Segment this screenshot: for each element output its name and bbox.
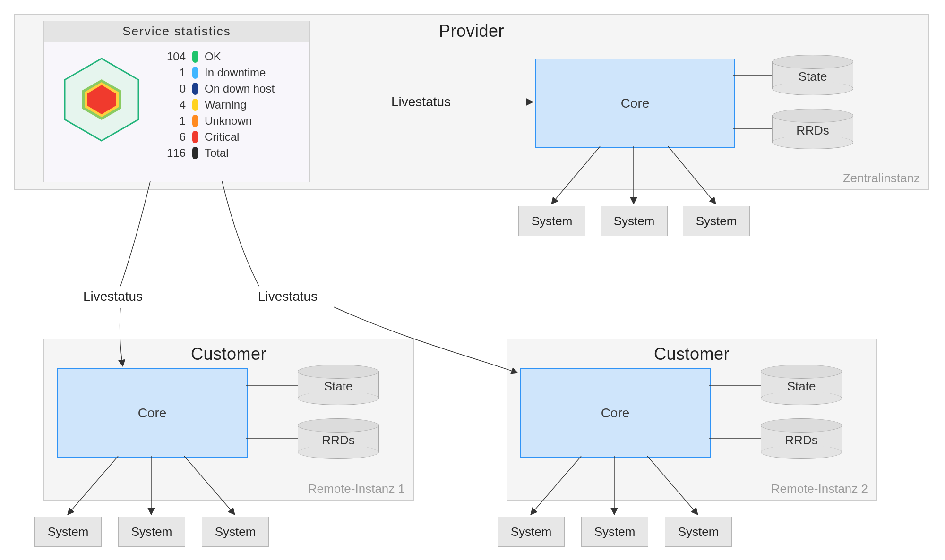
stat-row-total: 116Total	[157, 146, 275, 160]
customer1-db-rrds: RRDs	[298, 418, 379, 459]
customer1-title: Customer	[191, 344, 266, 364]
stat-row-unknown: 1Unknown	[157, 114, 275, 127]
customer2-system-2: System	[581, 517, 648, 547]
pill-downhost	[192, 83, 198, 95]
provider-system-3: System	[683, 206, 750, 236]
customer1-sub: Remote-Instanz 1	[308, 482, 405, 496]
stat-row-ok: 104OK	[157, 50, 275, 63]
pill-downtime	[192, 67, 198, 79]
stat-row-downhost: 0On down host	[157, 82, 275, 95]
stat-row-downtime: 1In downtime	[157, 66, 275, 79]
provider-system-1: System	[518, 206, 585, 236]
stats-hex-icon	[54, 50, 149, 149]
label-livestatus-c2: Livestatus	[258, 289, 318, 304]
customer1-system-1: System	[34, 517, 102, 547]
customer2-sub: Remote-Instanz 2	[771, 482, 868, 496]
provider-db-state: State	[772, 55, 853, 95]
pill-critical	[192, 131, 198, 143]
customer1-system-2: System	[118, 517, 185, 547]
provider-title: Provider	[439, 21, 504, 41]
label-livestatus-c1: Livestatus	[83, 289, 143, 304]
pill-ok	[192, 51, 198, 63]
customer2-title: Customer	[654, 344, 730, 364]
stats-title: Service statistics	[44, 21, 309, 42]
customer2-db-state: State	[761, 365, 842, 405]
provider-system-2: System	[601, 206, 668, 236]
customer1-db-state: State	[298, 365, 379, 405]
label-livestatus-provider: Livestatus	[391, 94, 451, 110]
customer2-core: Core	[520, 368, 711, 458]
stat-row-warning: 4Warning	[157, 98, 275, 111]
pill-warning	[192, 99, 198, 111]
service-statistics-panel: Service statistics 104OK 1In downtime 0O…	[43, 21, 310, 182]
provider-core: Core	[535, 59, 735, 148]
stats-rows: 104OK 1In downtime 0On down host 4Warnin…	[157, 50, 275, 160]
diagram-canvas: Provider Zentralinstanz Service statisti…	[0, 0, 945, 560]
customer1-core: Core	[57, 368, 248, 458]
customer2-system-3: System	[665, 517, 732, 547]
customer2-db-rrds: RRDs	[761, 418, 842, 459]
pill-total	[192, 147, 198, 159]
customer1-system-3: System	[202, 517, 269, 547]
stat-row-critical: 6Critical	[157, 130, 275, 144]
customer2-system-1: System	[498, 517, 565, 547]
pill-unknown	[192, 115, 198, 127]
provider-sub: Zentralinstanz	[843, 171, 920, 186]
provider-db-rrds: RRDs	[772, 109, 853, 149]
